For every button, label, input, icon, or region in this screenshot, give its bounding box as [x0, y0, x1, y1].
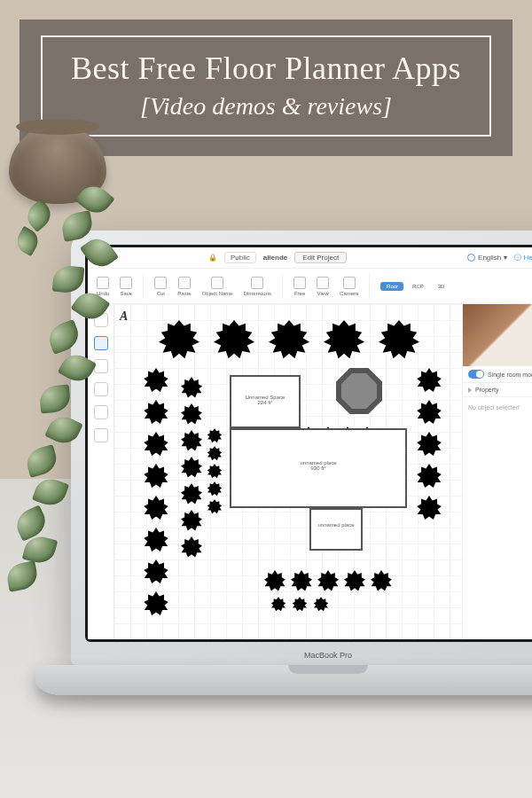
- ribbon-cut[interactable]: Cut: [154, 277, 167, 296]
- app-topbar: 🔒 Public allende Edit Project English ▾ …: [88, 247, 532, 269]
- shrub[interactable]: [292, 597, 308, 613]
- language-picker[interactable]: English ▾: [467, 254, 507, 262]
- shrub[interactable]: [180, 536, 203, 559]
- visibility-toggle[interactable]: Public: [224, 252, 256, 263]
- subtitle: [Video demos & reviews]: [51, 92, 481, 121]
- shrub[interactable]: [143, 464, 169, 490]
- shrub[interactable]: [343, 570, 366, 593]
- visibility-icon: 🔒: [208, 254, 217, 262]
- shrub[interactable]: [143, 528, 169, 554]
- shrub[interactable]: [143, 400, 169, 426]
- shrub[interactable]: [416, 496, 442, 522]
- shrub[interactable]: [143, 432, 169, 458]
- shrub[interactable]: [416, 400, 442, 426]
- help-link[interactable]: ⓘ Help: [514, 253, 532, 262]
- title: Best Free Floor Planner Apps: [51, 50, 481, 87]
- tree[interactable]: [269, 320, 309, 361]
- shrub[interactable]: [370, 570, 393, 593]
- shrub[interactable]: [180, 483, 203, 506]
- tree[interactable]: [214, 320, 254, 361]
- toggle-icon: [468, 370, 484, 379]
- edit-project-button[interactable]: Edit Project: [294, 252, 347, 263]
- shrub[interactable]: [143, 591, 169, 618]
- building[interactable]: Unnamed Space224 ft² unnamed place930 ft…: [212, 375, 416, 561]
- properties-panel: Single room mode Property No object sele…: [462, 304, 532, 639]
- floorplan-canvas[interactable]: A: [114, 304, 462, 639]
- ribbon-camera[interactable]: Camera: [340, 277, 358, 296]
- trailing-plant: [0, 177, 133, 638]
- ribbon-object-name[interactable]: Object Name: [202, 277, 233, 296]
- shrub[interactable]: [180, 430, 203, 453]
- ribbon-toolbar: Undo Save Cut Paste Object Name Dimensio…: [88, 269, 532, 304]
- workarea: A: [88, 304, 532, 639]
- no-selection-message: No object selected: [463, 397, 532, 418]
- property-label: Property: [475, 387, 498, 393]
- shrub[interactable]: [416, 432, 442, 458]
- laptop-deck: [35, 665, 532, 695]
- material-swatch[interactable]: [463, 304, 532, 366]
- ribbon-free[interactable]: Free: [293, 277, 306, 296]
- watermark-text: GREENHOUSESTUDIO.CO: [137, 747, 395, 778]
- shrub[interactable]: [317, 570, 340, 593]
- laptop: 🔒 Public allende Edit Project English ▾ …: [71, 231, 532, 727]
- laptop-model: MacBook Pro: [71, 651, 532, 660]
- shrub[interactable]: [416, 464, 442, 490]
- shrub[interactable]: [143, 559, 169, 586]
- ribbon-view[interactable]: View: [317, 277, 329, 296]
- footer-watermark: GREENHOUSESTUDIO.CO: [0, 747, 532, 778]
- view-tab-rcp[interactable]: RCP: [407, 282, 429, 291]
- shrub[interactable]: [143, 496, 169, 522]
- single-room-mode-toggle[interactable]: Single room mode: [463, 366, 532, 383]
- project-name[interactable]: allende: [263, 254, 288, 262]
- screen-bezel: 🔒 Public allende Edit Project English ▾ …: [85, 245, 532, 642]
- pinterest-card: Best Free Floor Planner Apps [Video demo…: [0, 0, 532, 798]
- room-label: unnamed place930 ft²: [274, 460, 363, 471]
- title-card-border: Best Free Floor Planner Apps [Video demo…: [41, 35, 491, 137]
- room[interactable]: [309, 508, 363, 551]
- ribbon-paste[interactable]: Paste: [177, 277, 191, 296]
- tree[interactable]: [379, 320, 419, 361]
- chevron-down-icon: ▾: [504, 254, 507, 262]
- shrub[interactable]: [180, 403, 203, 426]
- ribbon-dimensions[interactable]: Dimensions: [244, 277, 271, 296]
- title-card: Best Free Floor Planner Apps [Video demo…: [20, 20, 512, 156]
- shrub[interactable]: [263, 570, 286, 593]
- tree[interactable]: [159, 320, 200, 361]
- view-tab-floor[interactable]: Floor: [380, 282, 403, 291]
- globe-icon: [467, 254, 475, 262]
- shrub[interactable]: [270, 597, 286, 613]
- app-screen: 🔒 Public allende Edit Project English ▾ …: [88, 247, 532, 639]
- language-label: English: [478, 254, 501, 262]
- shrub[interactable]: [143, 368, 169, 395]
- shrub[interactable]: [290, 570, 313, 593]
- shrub[interactable]: [180, 510, 203, 533]
- laptop-lid: 🔒 Public allende Edit Project English ▾ …: [71, 231, 532, 665]
- tree[interactable]: [324, 320, 364, 361]
- room-label: Unnamed Space224 ft²: [239, 395, 292, 405]
- room-label: unnamed place: [311, 522, 361, 528]
- shrub[interactable]: [313, 597, 329, 613]
- shrub[interactable]: [180, 457, 203, 480]
- chevron-right-icon: [468, 387, 472, 393]
- view-tab-3d[interactable]: 3D: [433, 282, 450, 291]
- property-section[interactable]: Property: [463, 383, 532, 397]
- toggle-label: Single room mode: [488, 372, 532, 378]
- shrub[interactable]: [180, 377, 203, 400]
- shrub[interactable]: [416, 368, 442, 395]
- laptop-notch: [288, 665, 368, 674]
